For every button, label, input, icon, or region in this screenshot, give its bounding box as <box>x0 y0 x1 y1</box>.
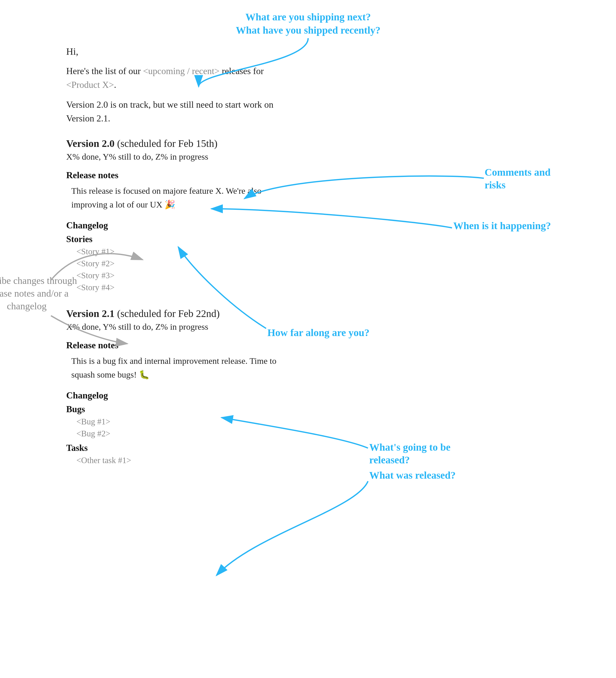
version-21-header: Version 2.1 (scheduled for Feb 22nd) <box>66 308 295 319</box>
annotation-describe-changes-line2: release notes and/or a <box>0 288 69 299</box>
version-2-block: Version 2.0 (scheduled for Feb 15th) X% … <box>66 138 295 292</box>
story-3: <Story #3> <box>76 271 295 280</box>
intro-placeholder1: <upcoming / recent> <box>143 66 219 76</box>
version-21-block: Version 2.1 (scheduled for Feb 22nd) X% … <box>66 308 295 465</box>
intro-text3: . <box>114 80 116 90</box>
intro-text1: Here's the list of our <box>66 66 143 76</box>
changelog-v2: Changelog Stories <Story #1> <Story #2> … <box>66 220 295 292</box>
version-2-header: Version 2.0 (scheduled for Feb 15th) <box>66 138 295 149</box>
changelog-title-v21: Changelog <box>66 390 295 401</box>
changelog-title-v2: Changelog <box>66 220 295 231</box>
story-2: <Story #2> <box>76 259 295 268</box>
intro-placeholder2: <Product X> <box>66 80 114 90</box>
changelog-v21: Changelog Bugs <Bug #1> <Bug #2> Tasks <… <box>66 390 295 465</box>
annotation-when-happening: When is it happening? <box>453 220 551 231</box>
intro-text2: releases for <box>219 66 264 76</box>
main-content: Hi, Here's the list of our <upcoming / r… <box>66 46 295 481</box>
story-4: <Story #4> <box>76 283 295 292</box>
release-notes-text-v2: This release is focused on majore featur… <box>66 184 295 212</box>
annotation-comments-risks-line2: risks <box>484 179 505 191</box>
annotation-what-was-released: What was released? <box>369 469 456 481</box>
version-2-label: Version 2.0 <box>66 138 115 149</box>
version-21-label: Version 2.1 <box>66 308 115 319</box>
tasks-list: <Other task #1> <box>66 456 295 465</box>
release-notes-text-v21: This is a bug fix and internal improveme… <box>66 354 295 382</box>
version-21-progress: X% done, Y% still to do, Z% in progress <box>66 322 295 332</box>
version-21-schedule: (scheduled for Feb 22nd) <box>117 308 220 319</box>
version-2-schedule: (scheduled for Feb 15th) <box>117 138 217 149</box>
annotation-describe-changes-line3: changelog <box>7 301 47 311</box>
bug-1: <Bug #1> <box>76 417 295 426</box>
track-line: Version 2.0 is on track, but we still ne… <box>66 98 295 125</box>
story-1: <Story #1> <box>76 247 295 256</box>
annotation-shipping-next: What are you shipping next? <box>246 11 371 23</box>
bugs-list: <Bug #1> <Bug #2> <box>66 417 295 439</box>
annotation-describe-changes-line1: Describe changes through <box>0 275 77 286</box>
intro-line: Here's the list of our <upcoming / recen… <box>66 64 295 92</box>
stories-title: Stories <box>66 234 295 244</box>
annotation-comments-risks-line1: Comments and <box>484 166 550 178</box>
release-notes-title-v2: Release notes <box>66 170 295 181</box>
tasks-title: Tasks <box>66 443 295 453</box>
release-notes-title-v21: Release notes <box>66 340 295 350</box>
bug-2: <Bug #2> <box>76 429 295 439</box>
annotation-whats-released-line2: released? <box>369 454 410 466</box>
arrow-what-was-released <box>216 481 368 575</box>
bugs-title: Bugs <box>66 404 295 414</box>
annotation-shipped-recently: What have you shipped recently? <box>236 25 381 36</box>
task-1: <Other task #1> <box>76 456 295 465</box>
version-2-progress: X% done, Y% still to do, Z% in progress <box>66 152 295 162</box>
annotation-whats-released-line1: What's going to be <box>369 442 450 453</box>
greeting: Hi, <box>66 46 295 57</box>
stories-list: <Story #1> <Story #2> <Story #3> <Story … <box>66 247 295 292</box>
